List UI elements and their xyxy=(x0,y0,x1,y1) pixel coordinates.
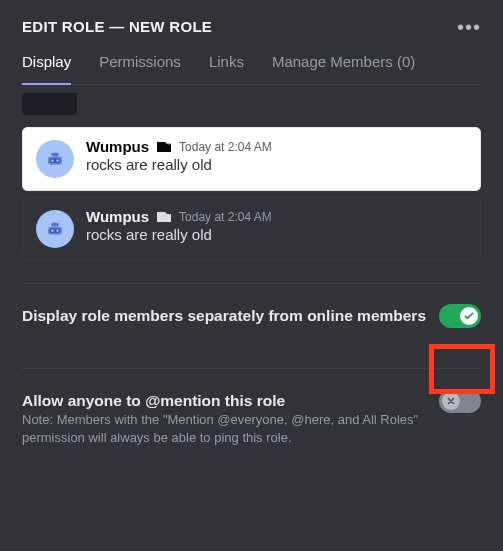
svg-point-4 xyxy=(57,160,59,162)
toggle-knob xyxy=(442,392,460,410)
wumpus-icon xyxy=(42,146,68,172)
svg-point-3 xyxy=(51,160,53,162)
svg-text:+: + xyxy=(168,210,172,217)
svg-point-6 xyxy=(51,223,59,227)
role-tag-icon: + xyxy=(155,140,173,154)
preview-message: rocks are really old xyxy=(86,226,467,243)
setting-mention-note: Note: Members with the "Mention @everyon… xyxy=(22,411,481,464)
header: EDIT ROLE — NEW ROLE ••• xyxy=(22,18,481,35)
toggle-mention[interactable] xyxy=(439,389,481,413)
check-icon xyxy=(463,310,475,322)
avatar xyxy=(36,140,74,178)
tabs: Display Permissions Links Manage Members… xyxy=(22,53,481,85)
preview-dark: Wumpus + Today at 2:04 AM rocks are real… xyxy=(22,197,481,261)
svg-point-9 xyxy=(51,230,53,232)
toggle-hoist[interactable] xyxy=(439,304,481,328)
role-tag-icon: + xyxy=(155,210,173,224)
avatar xyxy=(36,210,74,248)
role-preview: Wumpus + Today at 2:04 AM rocks are real… xyxy=(22,127,481,261)
svg-point-0 xyxy=(51,153,59,157)
svg-text:+: + xyxy=(167,140,171,147)
setting-mention-label: Allow anyone to @mention this role xyxy=(22,391,285,411)
page-title: EDIT ROLE — NEW ROLE xyxy=(22,18,212,35)
preview-light: Wumpus + Today at 2:04 AM rocks are real… xyxy=(22,127,481,191)
tab-manage-members[interactable]: Manage Members (0) xyxy=(272,53,415,84)
tab-links[interactable]: Links xyxy=(209,53,244,84)
preview-username: Wumpus xyxy=(86,138,149,155)
setting-hoist-label: Display role members separately from onl… xyxy=(22,306,426,326)
toggle-knob xyxy=(460,307,478,325)
more-options-icon[interactable]: ••• xyxy=(457,22,481,32)
svg-point-10 xyxy=(57,230,59,232)
preview-timestamp: Today at 2:04 AM xyxy=(179,210,272,224)
preview-username: Wumpus xyxy=(86,208,149,225)
wumpus-icon xyxy=(42,216,68,242)
tab-permissions[interactable]: Permissions xyxy=(99,53,181,84)
color-swatch-stub xyxy=(22,93,77,115)
x-icon xyxy=(446,396,456,406)
tab-display[interactable]: Display xyxy=(22,53,71,84)
preview-timestamp: Today at 2:04 AM xyxy=(179,140,272,154)
preview-message: rocks are really old xyxy=(86,156,467,173)
setting-hoist: Display role members separately from onl… xyxy=(22,284,481,346)
